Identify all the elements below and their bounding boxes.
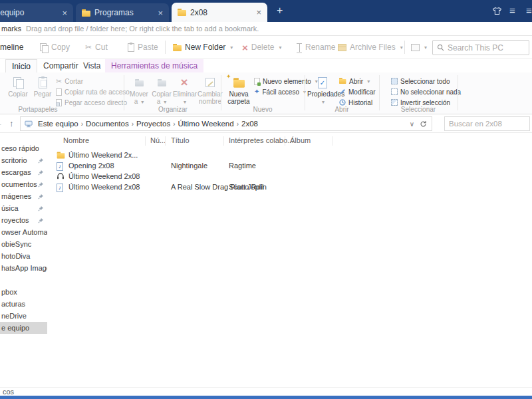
sidebar-item-browser-automation[interactable]: owser Automatio	[0, 226, 47, 238]
chevron-down-icon[interactable]: ▾	[279, 45, 281, 51]
ribbon-copy-button[interactable]: Copiar	[5, 75, 31, 98]
ribbon-open-button[interactable]: Abrir ▾	[339, 76, 370, 86]
copy-button[interactable]: Copy	[40, 36, 70, 59]
column-divider[interactable]	[223, 136, 224, 146]
copy-path-label: Copiar ruta de acceso	[65, 88, 130, 96]
sidebar-item-downloads[interactable]: escargas	[0, 166, 47, 178]
column-header-artists[interactable]: Intérpretes colabo...	[229, 136, 293, 144]
ribbon-paste-button[interactable]: Pegar	[31, 75, 55, 98]
ribbon-tab-herramientas-musica[interactable]: Herramientas de música	[105, 59, 203, 72]
file-artists: Scott Joplin	[229, 183, 267, 191]
select-none-icon	[391, 88, 398, 95]
ribbon-properties-button[interactable]: ✓ Propiedades ▾	[307, 75, 338, 106]
scissors-icon: ✂	[56, 78, 62, 85]
refresh-icon[interactable]	[420, 120, 432, 128]
ribbon-easy-access-button[interactable]: ✦ Fácil acceso ▾	[254, 86, 306, 97]
column-divider[interactable]	[332, 136, 333, 146]
sidebar-item-photodiva[interactable]: hotoDiva	[0, 250, 47, 262]
cut-button[interactable]: ✂ Cut	[85, 36, 108, 59]
page-icon	[56, 88, 62, 96]
file-row-ultimo-weekend-audio[interactable]: ♪ Último Weekend 2x08 A Real Slow Drag P…	[47, 182, 532, 193]
ribbon-delete-button[interactable]: × Eliminar ▾	[173, 75, 196, 106]
column-divider[interactable]	[285, 136, 285, 146]
easy-access-label: Fácil acceso	[262, 88, 299, 96]
breadcrumb-segment[interactable]: Este equipo	[35, 120, 81, 128]
column-header-number[interactable]: Nú...	[150, 136, 166, 144]
bookmarks-bar[interactable]: marks Drag and drop file / folder here; …	[0, 22, 532, 36]
ribbon-new-folder-button[interactable]: ✦ Nueva carpeta	[225, 75, 253, 105]
bookmarks-label: marks	[1, 25, 21, 33]
ribbon-copy-path-button[interactable]: Copiar ruta de acceso	[56, 86, 130, 97]
column-header-album[interactable]: Álbum	[290, 136, 311, 144]
ribbon-copy-to-button[interactable]: Copiar a ▾	[150, 75, 173, 106]
ribbon-edit-button[interactable]: Modificar	[339, 86, 376, 97]
sidebar-item-this-pc[interactable]: e equipo	[0, 322, 47, 334]
ribbon-move-to-button[interactable]: Mover a ▾	[128, 75, 150, 106]
divider	[404, 41, 405, 54]
rename-button[interactable]: Rename	[297, 36, 335, 59]
archive-files-button[interactable]: Archive Files ▾	[338, 36, 403, 59]
chevron-down-icon: ▾	[322, 99, 325, 105]
close-icon[interactable]: ×	[256, 8, 261, 17]
column-divider[interactable]	[165, 136, 166, 146]
close-icon[interactable]: ×	[62, 9, 67, 17]
explorer-search-input[interactable]	[444, 116, 530, 131]
wardrobe-icon[interactable]	[492, 6, 502, 18]
sidebar-item-onedrive[interactable]: neDrive	[0, 310, 47, 322]
sidebar-item-documents[interactable]: ocumentos	[0, 178, 47, 190]
delete-label: Eliminar	[173, 90, 197, 98]
column-divider[interactable]	[145, 136, 146, 146]
tools-dropdown-button[interactable]: ▾	[411, 36, 427, 59]
sidebar-item-mobiesync[interactable]: obieSync	[0, 238, 47, 250]
sidebar-item-music[interactable]: úsica	[0, 202, 47, 214]
ribbon-select-none-button[interactable]: No seleccionar nada	[391, 86, 461, 97]
address-dropdown-icon[interactable]: ∨	[404, 120, 420, 128]
sidebar-item-desktop[interactable]: scritorio	[0, 154, 47, 166]
close-icon[interactable]: ×	[158, 9, 163, 17]
menu-icon[interactable]: ≡	[509, 5, 515, 16]
sidebar-item-label: neDrive	[1, 312, 27, 320]
column-header-title[interactable]: Título	[171, 136, 190, 144]
breadcrumb-segment[interactable]: 2x08	[239, 120, 261, 128]
group-label-clipboard: Portapapeles	[19, 106, 58, 113]
up-button[interactable]: ↑	[9, 118, 14, 128]
file-row-opening[interactable]: ♪ Opening 2x08 Nightingale Ragtime	[47, 161, 532, 172]
chevron-down-icon[interactable]: ▾	[424, 45, 427, 51]
sidebar-item-facturas[interactable]: acturas	[0, 298, 47, 310]
delete-button[interactable]: × Delete ▾	[242, 36, 281, 59]
sidebar-item-proyectos[interactable]: royectos	[0, 214, 47, 226]
tab-programas[interactable]: Programas ×	[76, 3, 169, 22]
file-row-ultimo-weekend-project[interactable]: Último Weekend 2x08	[47, 172, 532, 182]
sidebar-item-label: úsica	[1, 204, 19, 212]
chevron-down-icon[interactable]: ▾	[400, 45, 403, 51]
menu-icon-partial[interactable]: ≡	[526, 5, 532, 16]
sidebar-item-pictures[interactable]: mágenes	[0, 190, 47, 202]
bookmarks-hint: Drag and drop file / folder here; Or rig…	[26, 25, 259, 33]
new-tab-button[interactable]: +	[277, 5, 283, 17]
column-header-name[interactable]: Nombre	[63, 136, 89, 144]
sidebar-item-whatsapp-images[interactable]: hatsApp Images 7	[0, 262, 47, 274]
sidebar-item-quick-access[interactable]: ceso rápido	[0, 142, 47, 154]
search-input[interactable]	[448, 43, 525, 53]
open-folder-icon	[339, 78, 346, 84]
breadcrumb[interactable]: Este equipo › Documentos › Proyectos › Ú…	[20, 116, 432, 131]
tab-2x08-active[interactable]: 2x08 ×	[172, 3, 267, 22]
ribbon-tab-vista[interactable]: Vista	[77, 59, 106, 72]
tab-este-equipo[interactable]: ste equipo ×	[0, 3, 73, 22]
tab-label: 2x08	[190, 8, 251, 17]
new-folder-button[interactable]: New Folder ▾	[173, 36, 233, 59]
ribbon-select-all-button[interactable]: Seleccionar todo	[391, 76, 450, 86]
select-all-icon	[391, 78, 398, 84]
ribbon-paste-shortcut-button[interactable]: Pegar acceso directo	[56, 97, 127, 108]
paste-button[interactable]: Paste	[128, 36, 158, 59]
ribbon-tab-inicio[interactable]: Inicio	[5, 59, 37, 72]
ribbon-cut-button[interactable]: ✂ Cortar	[56, 76, 83, 86]
breadcrumb-segment[interactable]: Documentos	[83, 120, 132, 128]
chevron-down-icon[interactable]: ▾	[230, 45, 233, 51]
file-row-folder[interactable]: Último Weekend 2x...	[47, 150, 532, 161]
sidebar-item-dropbox[interactable]: pbox	[0, 286, 47, 298]
breadcrumb-segment[interactable]: Proyectos	[134, 120, 173, 128]
timeline-button[interactable]: meline	[0, 36, 23, 59]
back-button[interactable]: ←	[0, 118, 3, 128]
breadcrumb-segment[interactable]: Último Weekend	[175, 120, 236, 128]
